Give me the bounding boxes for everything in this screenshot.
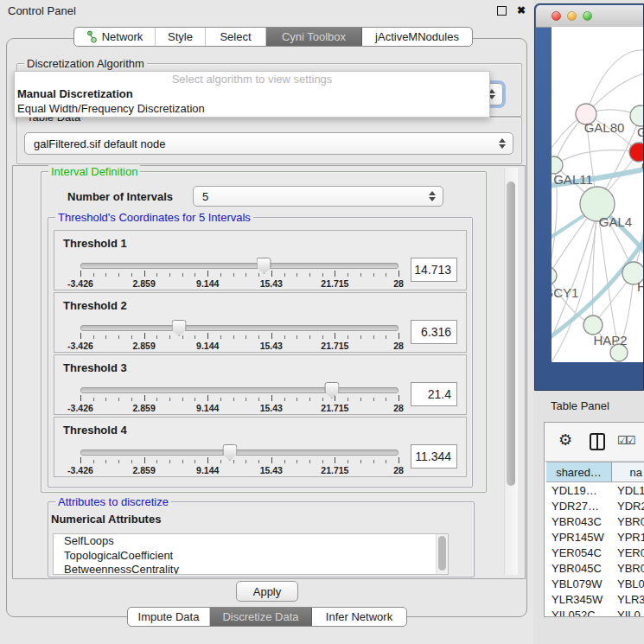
tab-jactivemnodules[interactable]: jActiveMNodules bbox=[362, 28, 472, 46]
threshold-box-3: Threshold 3-3.4262.8599.14415.4321.71528… bbox=[54, 354, 467, 415]
threshold-slider-1[interactable]: -3.4262.8599.14415.4321.71528 bbox=[80, 252, 399, 289]
control-panel-title: Control Panel bbox=[8, 4, 497, 17]
table-row[interactable]: YBR043CYBR0 bbox=[546, 513, 644, 529]
gear-icon[interactable]: ⚙ bbox=[558, 432, 572, 448]
settings-scroll-panel: Interval Definition Number of Intervals … bbox=[12, 165, 526, 579]
network-edge[interactable] bbox=[593, 204, 597, 325]
slider-tick-labels: -3.4262.8599.14415.4321.71528 bbox=[80, 465, 399, 475]
slider-track[interactable] bbox=[80, 325, 399, 331]
table-row[interactable]: YBR045CYBR0 bbox=[546, 560, 644, 576]
close-window-icon[interactable] bbox=[552, 11, 561, 21]
minimize-window-icon[interactable] bbox=[567, 11, 577, 21]
cell-name: YPR1 bbox=[612, 531, 644, 544]
network-icon bbox=[86, 30, 98, 43]
network-node-label-GAL4: GAL4 bbox=[599, 214, 632, 229]
table-row[interactable]: YLR345WYLR3 bbox=[546, 592, 644, 608]
network-view-window[interactable]: GAL80GACGAL11GAL4GCY1HHAP2 bbox=[534, 3, 644, 391]
tab-impute-data[interactable]: Impute Data bbox=[128, 608, 210, 626]
threshold-slider-4[interactable]: -3.4262.8599.14415.4321.71528 bbox=[80, 439, 399, 475]
network-node-GCY1[interactable] bbox=[552, 267, 557, 284]
float-window-icon[interactable] bbox=[497, 6, 507, 16]
table-row[interactable]: YIL052CYIL0 bbox=[546, 608, 644, 616]
network-graph[interactable]: GAL80GACGAL11GAL4GCY1HHAP2 bbox=[552, 27, 643, 362]
tab-network[interactable]: Network bbox=[74, 28, 156, 46]
table-row[interactable]: YDL19…YDL1 bbox=[546, 482, 644, 498]
slider-tick-labels: -3.4262.8599.14415.4321.71528 bbox=[80, 403, 399, 412]
control-panel: Control Panel ✖ Discretization Algorithm… bbox=[0, 0, 533, 644]
slider-track[interactable] bbox=[80, 263, 399, 269]
attribute-list-item[interactable]: SelfLoops bbox=[54, 534, 448, 549]
tab-discretize-data[interactable]: Discretize Data bbox=[210, 608, 312, 626]
popup-placeholder-item[interactable]: Select algorithm to view settings bbox=[15, 72, 489, 86]
tab-label: Cyni Toolbox bbox=[282, 30, 346, 43]
threshold-slider-2[interactable]: -3.4262.8599.14415.4321.71528 bbox=[80, 315, 399, 351]
numerical-attributes-list[interactable]: SelfLoopsTopologicalCoefficientBetweenne… bbox=[53, 533, 449, 575]
threshold-label: Threshold 2 bbox=[54, 293, 466, 313]
slider-ticks bbox=[80, 457, 399, 464]
slider-tick-labels: -3.4262.8599.14415.4321.71528 bbox=[80, 341, 399, 350]
close-icon[interactable]: ✖ bbox=[517, 5, 526, 16]
control-panel-tabs: NetworkStyleSelectCyni ToolboxjActiveMNo… bbox=[73, 27, 473, 47]
attribute-list-item[interactable]: TopologicalCoefficient bbox=[54, 549, 448, 564]
threshold-slider-3[interactable]: -3.4262.8599.14415.4321.71528 bbox=[80, 377, 399, 413]
network-node-node-top-right[interactable] bbox=[630, 105, 643, 126]
screen: { "colors": { "accent_green_title": "#0b… bbox=[0, 0, 644, 644]
popup-item-equal-width[interactable]: Equal Width/Frequency Discretization bbox=[15, 101, 489, 116]
slider-track[interactable] bbox=[80, 450, 399, 456]
tab-style[interactable]: Style bbox=[156, 28, 206, 46]
cell-name: YER0 bbox=[612, 546, 644, 559]
num-intervals-label: Number of Intervals bbox=[67, 190, 173, 203]
settings-vertical-scrollbar[interactable] bbox=[504, 168, 518, 575]
tab-infer-network[interactable]: Infer Network bbox=[312, 608, 406, 626]
attributes-list-scrollbar[interactable] bbox=[436, 534, 448, 574]
tab-select[interactable]: Select bbox=[206, 28, 266, 46]
network-node-HAP2[interactable] bbox=[583, 316, 603, 335]
slider-track[interactable] bbox=[80, 387, 399, 393]
threshold-label: Threshold 4 bbox=[54, 418, 466, 437]
column-header-name[interactable]: na bbox=[612, 462, 644, 481]
threshold-value-field[interactable]: 21.4 bbox=[411, 382, 457, 406]
num-intervals-combo[interactable]: 5 bbox=[193, 186, 443, 207]
tab-label: jActiveMNodules bbox=[375, 30, 459, 43]
thresholds-group: Threshold's Coordinates for 5 Intervals … bbox=[48, 217, 473, 488]
attributes-list-scrollbar-thumb[interactable] bbox=[438, 536, 446, 571]
tab-label: Impute Data bbox=[138, 610, 200, 623]
table-row[interactable]: YBL079WYBL0 bbox=[546, 577, 644, 592]
select-columns-checkboxes-icon[interactable]: ☑☑ bbox=[617, 434, 634, 447]
cell-name: YBR0 bbox=[612, 562, 644, 575]
control-panel-titlebar: Control Panel ✖ bbox=[0, 0, 533, 21]
table-data-combo[interactable]: galFiltered.sif default node bbox=[24, 132, 513, 155]
column-header-shared-name[interactable]: shared… bbox=[546, 462, 612, 481]
network-node-label-node-top-right: GA bbox=[637, 124, 643, 139]
threshold-value-field[interactable]: 6.316 bbox=[411, 320, 457, 344]
slider-ticks bbox=[80, 333, 399, 340]
threshold-value-field[interactable]: 11.344 bbox=[411, 444, 457, 469]
zoom-window-icon[interactable] bbox=[583, 11, 592, 21]
cell-shared-name: YPR145W bbox=[546, 531, 612, 544]
cell-shared-name: YIL052C bbox=[546, 609, 612, 616]
settings-scrollbar-thumb[interactable] bbox=[507, 182, 515, 486]
tab-cyni-toolbox[interactable]: Cyni Toolbox bbox=[266, 28, 362, 46]
num-intervals-value: 5 bbox=[202, 190, 208, 203]
split-columns-icon[interactable] bbox=[590, 433, 605, 450]
tab-label: Select bbox=[220, 30, 251, 43]
table-row[interactable]: YDR27…YDR2 bbox=[546, 498, 644, 513]
node-attribute-table: shared… na YDL19…YDL1YDR27…YDR2YBR043CYB… bbox=[546, 462, 644, 616]
table-data-combo-value: galFiltered.sif default node bbox=[34, 137, 165, 150]
network-edge[interactable] bbox=[554, 150, 639, 165]
algorithm-group-title: Discretization Algorithm bbox=[24, 57, 147, 70]
network-node-label-GAL11: GAL11 bbox=[553, 172, 593, 187]
network-canvas[interactable]: GAL80GACGAL11GAL4GCY1HHAP2 bbox=[552, 27, 643, 362]
apply-button[interactable]: Apply bbox=[236, 581, 298, 602]
network-node-label-node-H: H bbox=[637, 279, 643, 294]
attributes-group-title: Attributes to discretize bbox=[55, 495, 171, 508]
attribute-list-item[interactable]: BetweennessCentrality bbox=[54, 563, 448, 575]
table-row[interactable]: YER054CYER0 bbox=[546, 545, 644, 560]
threshold-box-1: Threshold 1-3.4262.8599.14415.4321.71528… bbox=[54, 230, 467, 290]
threshold-value-field[interactable]: 14.713 bbox=[411, 258, 457, 282]
cell-shared-name: YLR345W bbox=[546, 593, 612, 606]
table-row[interactable]: YPR145WYPR1 bbox=[546, 529, 644, 545]
popup-item-manual-discretization[interactable]: Manual Discretization bbox=[15, 86, 489, 101]
cell-shared-name: YDR27… bbox=[546, 500, 612, 513]
combo-stepper-icon bbox=[429, 191, 436, 201]
